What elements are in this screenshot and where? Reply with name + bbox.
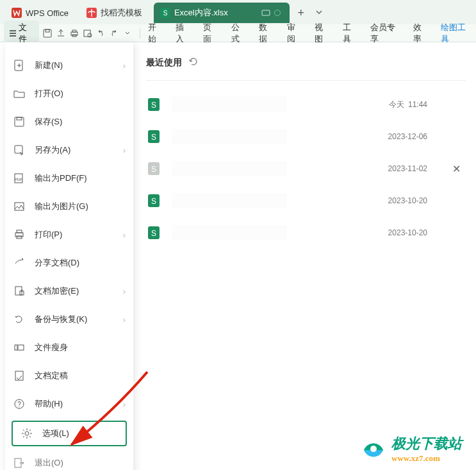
file-dropdown-panel: 新建(N) › 打开(O) 保存(S) 另存为(A) › PDF 输出为PDF(… [5, 42, 133, 470]
sheet-file-icon: S [146, 193, 161, 208]
ribbon-data[interactable]: 数据 [258, 22, 275, 45]
tab-sheet-label: Excel内容.xlsx [174, 7, 228, 19]
file-slim-label: 文件瘦身 [35, 342, 68, 353]
item-date: 2023-10-20 [388, 228, 427, 237]
file-backup[interactable]: 备份与恢复(K) › [5, 305, 133, 333]
toolbar: 文件 开始 插入 页面 公式 数据 审阅 视图 工具 会员专享 效率 绘图工具 [0, 24, 476, 42]
ribbon-page[interactable]: 页面 [202, 22, 219, 45]
list-item[interactable]: S 2023-10-20 [146, 185, 466, 217]
svg-rect-4 [262, 10, 270, 15]
list-item[interactable]: S 2023-10-20 [146, 217, 466, 249]
file-slim[interactable]: 文件瘦身 [5, 333, 133, 362]
file-help[interactable]: ? 帮助(H) › [5, 390, 133, 418]
file-new[interactable]: 新建(N) › [5, 51, 133, 80]
tab-daoke-label: 找稻壳模板 [101, 7, 142, 19]
item-date: 2023-11-02 [388, 164, 427, 173]
ribbon-perf[interactable]: 效率 [412, 22, 429, 45]
compress-icon [13, 341, 26, 354]
preview-icon[interactable] [82, 28, 93, 39]
tab-status-icon [274, 10, 281, 16]
svg-text:S: S [151, 229, 156, 238]
file-open[interactable]: 打开(O) [5, 80, 133, 108]
file-save-label: 保存(S) [35, 116, 62, 128]
svg-rect-6 [45, 29, 49, 32]
hamburger-icon [9, 29, 16, 37]
file-finalize-label: 文档定稿 [35, 370, 68, 382]
file-share[interactable]: 分享文档(D) [5, 249, 133, 277]
item-date: 2023-10-20 [388, 196, 427, 205]
file-exit[interactable]: 退出(O) [5, 449, 133, 470]
list-item[interactable]: S 2023-11-02 ✕ [146, 153, 466, 185]
file-export-image[interactable]: 输出为图片(G) [5, 192, 133, 221]
chevron-right-icon: › [123, 287, 126, 296]
tab-list-dropdown[interactable] [313, 6, 325, 21]
file-print[interactable]: 打印(P) › [5, 221, 133, 249]
window-mode-icon[interactable] [261, 8, 270, 17]
tab-daoke[interactable]: 找稻壳模板 [80, 3, 151, 23]
svg-point-40 [370, 446, 377, 452]
export-image-icon [13, 200, 26, 213]
file-export-pdf[interactable]: PDF 输出为PDF(F) [5, 164, 133, 192]
file-options-label: 选项(L) [42, 428, 69, 439]
file-image-label: 输出为图片(G) [35, 201, 88, 212]
chevron-right-icon: › [123, 146, 126, 155]
file-menu-label: 文件 [19, 22, 34, 45]
tab-bar: WPS Office 找稻壳模板 S Excel内容.xlsx + [0, 0, 476, 24]
recent-panel: 最近使用 S 今天11:44 S 2023-12-06 S 2023-11-02… [133, 42, 476, 470]
file-saveas[interactable]: 另存为(A) › [5, 136, 133, 164]
item-date: 2023-12-06 [388, 132, 427, 141]
refresh-icon[interactable] [188, 56, 199, 69]
tab-current-sheet[interactable]: S Excel内容.xlsx [154, 3, 290, 23]
file-pdf-label: 输出为PDF(F) [35, 172, 87, 184]
ribbon-insert[interactable]: 插入 [174, 22, 192, 45]
svg-text:S: S [151, 101, 156, 110]
watermark-logo-icon [361, 436, 386, 462]
close-icon[interactable]: ✕ [452, 163, 461, 175]
ribbon-formula[interactable]: 公式 [230, 22, 247, 45]
undo-icon[interactable] [95, 28, 106, 39]
new-tab-button[interactable]: + [292, 6, 310, 20]
item-date: 今天 [389, 100, 404, 109]
save-icon[interactable] [42, 28, 53, 39]
chevron-right-icon: › [123, 61, 126, 71]
file-open-label: 打开(O) [35, 88, 63, 99]
file-backup-label: 备份与恢复(K) [35, 314, 87, 325]
saveas-icon [13, 144, 26, 156]
sheet-file-icon: S [146, 129, 161, 144]
svg-text:S: S [163, 10, 168, 17]
ribbon-tabs: 开始 插入 页面 公式 数据 审阅 视图 工具 会员专享 效率 绘图工具 [147, 22, 472, 45]
item-time: 11:44 [404, 100, 427, 109]
ribbon-start[interactable]: 开始 [147, 22, 164, 45]
folder-open-icon [13, 87, 26, 100]
print-icon[interactable] [69, 28, 79, 39]
file-finalize[interactable]: 文档定稿 [5, 362, 133, 390]
stamp-icon [13, 369, 26, 382]
watermark-url: www.xz7.com [391, 453, 440, 464]
list-item[interactable]: S 2023-12-06 [146, 121, 466, 153]
svg-text:S: S [151, 197, 156, 206]
svg-rect-5 [44, 29, 51, 37]
ribbon-view[interactable]: 视图 [313, 22, 331, 45]
lock-icon [13, 285, 26, 298]
list-item[interactable]: S 今天11:44 [146, 88, 466, 121]
ribbon-member[interactable]: 会员专享 [369, 22, 402, 45]
ribbon-draw[interactable]: 绘图工具 [439, 22, 472, 45]
file-exit-label: 退出(O) [35, 457, 63, 469]
export-icon[interactable] [55, 28, 66, 39]
svg-rect-0 [12, 8, 22, 18]
svg-point-38 [25, 432, 29, 435]
file-encrypt[interactable]: 文档加密(E) › [5, 277, 133, 305]
file-options[interactable]: 选项(L) [12, 421, 127, 446]
file-new-label: 新建(N) [35, 60, 63, 71]
print-icon [13, 228, 26, 241]
recent-list: S 今天11:44 S 2023-12-06 S 2023-11-02 ✕ S … [146, 81, 466, 249]
redo-icon[interactable] [109, 28, 120, 39]
save-icon [13, 115, 26, 128]
export-pdf-icon: PDF [13, 172, 26, 185]
svg-rect-30 [17, 230, 22, 233]
ribbon-review[interactable]: 审阅 [286, 22, 303, 45]
file-save[interactable]: 保存(S) [5, 108, 133, 136]
ribbon-tool[interactable]: 工具 [341, 22, 359, 45]
redo-dropdown-icon[interactable] [122, 28, 133, 39]
svg-text:?: ? [17, 401, 21, 408]
